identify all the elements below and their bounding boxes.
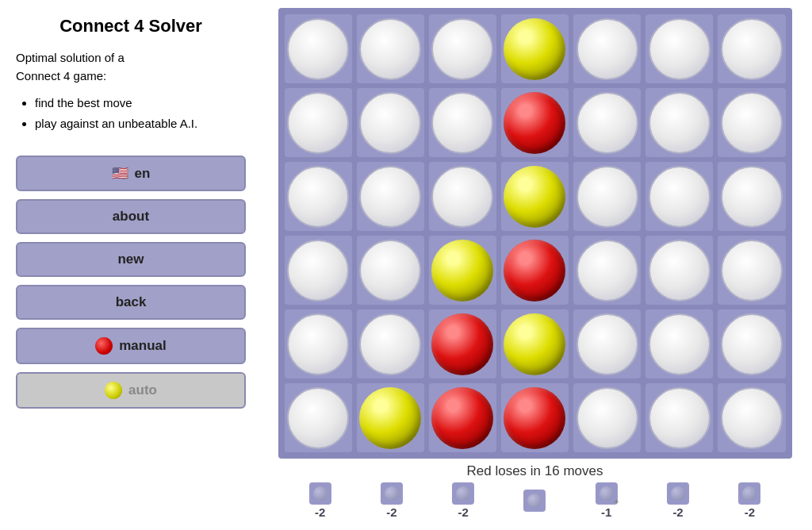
cell-4-0[interactable] [285,309,352,378]
disc-0-6 [721,18,783,80]
cell-3-1[interactable] [357,236,424,305]
cell-0-4[interactable] [573,14,641,83]
cell-2-4[interactable] [573,162,641,231]
cell-3-5[interactable] [645,236,713,305]
score-item-2: -2 [452,482,474,519]
disc-2-0 [287,166,349,228]
score-item-5: -2 [667,482,689,519]
cell-5-4[interactable] [573,383,641,452]
cell-4-1[interactable] [357,309,424,378]
score-item-0: -2 [309,482,331,519]
disc-3-5 [649,240,710,301]
cell-5-2[interactable] [429,383,496,452]
disc-2-6 [721,166,783,228]
cell-0-6[interactable] [718,14,785,83]
disc-0-3 [504,18,565,80]
button-group: 🇺🇸 en about new back manual auto [16,156,246,409]
cell-2-5[interactable] [645,162,713,231]
score-icon-4 [596,482,618,505]
disc-5-3 [504,387,565,449]
disc-5-2 [431,387,493,449]
cell-0-5[interactable] [645,14,713,83]
feature-item-1: find the best move [35,93,246,113]
score-value-0: -2 [315,505,325,519]
cell-2-0[interactable] [285,162,352,231]
right-panel: Red loses in 16 moves -2-2-2-1-2-2 [262,0,812,530]
cell-1-2[interactable] [429,88,496,157]
cell-1-6[interactable] [718,88,785,157]
new-button[interactable]: new [16,242,246,277]
disc-1-2 [431,92,493,154]
score-icon-0 [309,482,331,505]
disc-5-5 [649,387,710,449]
cell-4-5[interactable] [645,309,713,378]
feature-item-2: play against an unbeatable A.I. [35,113,246,134]
score-value-6: -2 [745,505,755,519]
disc-4-6 [721,313,783,375]
disc-4-2 [431,313,493,375]
game-board[interactable] [278,8,792,459]
disc-4-5 [649,313,710,375]
cell-3-2[interactable] [429,236,496,305]
cell-5-6[interactable] [718,383,785,452]
disc-2-5 [649,166,710,228]
language-button[interactable]: 🇺🇸 en [16,156,246,191]
score-icon-6 [738,482,760,505]
score-icon-1 [381,482,403,505]
cell-1-3[interactable] [501,88,569,157]
game-status: Red loses in 16 moves [467,463,603,479]
cell-5-0[interactable] [285,383,352,452]
cell-3-3[interactable] [501,236,569,305]
cell-2-3[interactable] [501,162,569,231]
cell-4-3[interactable] [501,309,569,378]
score-value-4: -1 [601,505,611,519]
red-disc-icon [95,337,113,355]
cell-5-5[interactable] [645,383,713,452]
cell-0-1[interactable] [357,14,424,83]
cell-2-6[interactable] [718,162,785,231]
disc-0-5 [649,18,710,80]
disc-1-1 [359,92,421,154]
flag-icon: 🇺🇸 [112,165,128,182]
disc-0-0 [287,18,349,80]
cell-3-6[interactable] [718,236,785,305]
cell-4-2[interactable] [429,309,496,378]
disc-5-4 [576,387,638,449]
cell-1-1[interactable] [357,88,424,157]
app-title: Connect 4 Solver [16,16,246,36]
cell-3-4[interactable] [573,236,641,305]
disc-2-3 [504,166,565,228]
cell-5-3[interactable] [501,383,569,452]
cell-3-0[interactable] [285,236,352,305]
disc-4-0 [287,313,349,375]
cell-0-3[interactable] [501,14,569,83]
cell-4-4[interactable] [573,309,641,378]
disc-1-0 [287,92,349,154]
manual-button[interactable]: manual [16,328,246,364]
cell-1-5[interactable] [645,88,713,157]
about-button[interactable]: about [16,199,246,234]
score-item-4: -1 [596,482,618,519]
score-item-6: -2 [738,482,760,519]
score-value-5: -2 [672,505,683,519]
cell-4-6[interactable] [718,309,785,378]
cell-0-2[interactable] [429,14,496,83]
cell-2-1[interactable] [357,162,424,231]
auto-button[interactable]: auto [16,372,246,409]
disc-2-1 [359,166,421,228]
disc-4-1 [359,313,421,375]
back-button[interactable]: back [16,285,246,320]
cell-2-2[interactable] [429,162,496,231]
disc-3-6 [721,240,783,301]
disc-3-1 [359,240,421,301]
scores-row: -2-2-2-1-2-2 [278,482,792,519]
score-icon-5 [667,482,689,505]
disc-0-1 [359,18,421,80]
disc-5-6 [721,387,783,449]
cell-1-4[interactable] [573,88,641,157]
cell-5-1[interactable] [357,383,424,452]
disc-0-4 [576,18,638,80]
disc-2-4 [576,166,638,228]
cell-0-0[interactable] [285,14,352,83]
cell-1-0[interactable] [285,88,352,157]
